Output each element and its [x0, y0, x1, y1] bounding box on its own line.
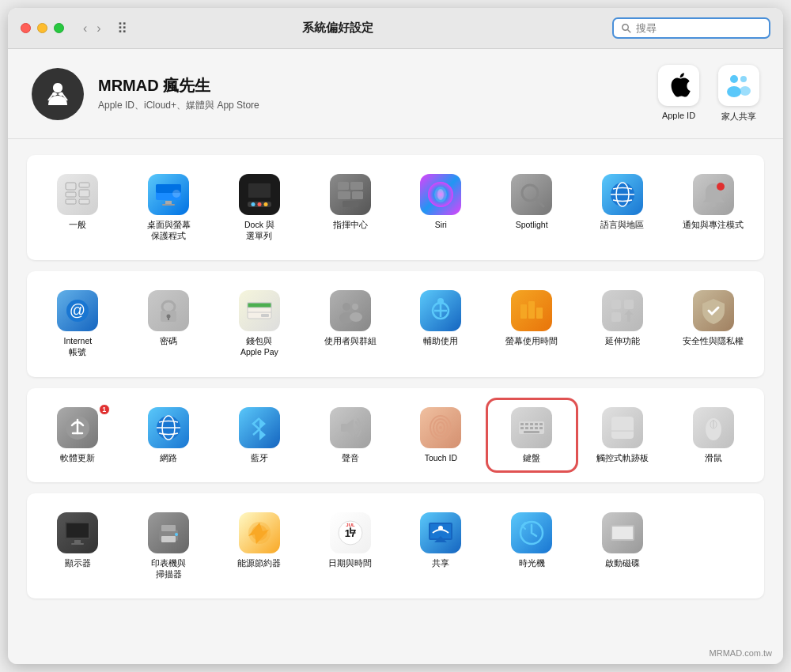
icon-item-timemachine[interactable]: 時光機 [489, 506, 575, 586]
icon-label-spotlight: Spotlight [516, 220, 548, 231]
icon-item-trackpad[interactable]: 觸控式軌跡板 [580, 401, 666, 470]
icon-label-keyboard: 鍵盤 [523, 453, 540, 464]
icon-wallet [239, 290, 280, 331]
icon-label-password: 密碼 [160, 336, 177, 347]
icon-item-screentime[interactable]: 螢幕使用時間 [489, 284, 575, 364]
svg-point-51 [352, 304, 358, 310]
icon-item-printer[interactable]: 印表機與 掃描器 [126, 506, 212, 586]
icon-item-internet[interactable]: @Internet 帳號 [35, 284, 121, 364]
icon-label-siri: Siri [435, 220, 447, 231]
icon-item-bluetooth[interactable]: 藍牙 [217, 401, 303, 470]
icon-label-network: 網路 [160, 453, 177, 464]
svg-point-50 [343, 303, 350, 311]
search-input[interactable] [636, 22, 761, 34]
icon-trackpad [602, 407, 643, 448]
icon-item-datetime[interactable]: JUL17日期與時間 [307, 506, 393, 586]
svg-point-21 [251, 202, 255, 206]
profile-right: Apple ID 家人共享 [658, 65, 759, 123]
icon-dock [239, 174, 280, 215]
icon-label-energy: 能源節約器 [237, 558, 281, 569]
minimize-button[interactable] [37, 23, 47, 33]
svg-rect-49 [261, 314, 269, 317]
icon-label-sound: 聲音 [342, 453, 359, 464]
icon-display [57, 512, 98, 553]
svg-rect-95 [74, 540, 81, 543]
icon-item-mouse[interactable]: 滑鼠 [670, 401, 756, 470]
svg-rect-62 [611, 312, 621, 322]
svg-point-23 [263, 202, 267, 206]
icon-item-startup[interactable]: 啟動磁碟 [580, 506, 666, 586]
svg-rect-12 [79, 199, 89, 204]
svg-rect-88 [611, 417, 634, 439]
icon-item-extensions[interactable]: 延伸功能 [580, 284, 666, 364]
icon-item-access[interactable]: 輔助使用 [398, 284, 484, 364]
icon-item-users[interactable]: 使用者與群組 [307, 284, 393, 364]
icon-label-display: 顯示器 [65, 558, 91, 569]
icon-item-siri[interactable]: Siri [398, 168, 484, 247]
icon-grid-section1: 一般桌面與螢幕 保護程式Dock 與 選單列指揮中心SiriSpotlight語… [35, 168, 756, 247]
avatar-icon [40, 77, 75, 111]
icon-item-general[interactable]: 一般 [35, 168, 121, 247]
window-title: 系統偏好設定 [74, 21, 603, 36]
icon-item-dock[interactable]: Dock 與 選單列 [217, 168, 303, 247]
icon-label-datetime: 日期與時間 [328, 558, 372, 569]
svg-rect-81 [539, 423, 543, 425]
icon-item-language[interactable]: 語言與地區 [580, 168, 666, 247]
icon-item-energy[interactable]: 能源節約器 [217, 506, 303, 586]
svg-rect-27 [352, 191, 363, 199]
search-icon [622, 24, 631, 33]
close-button[interactable] [21, 23, 31, 33]
svg-line-33 [536, 198, 543, 206]
maximize-button[interactable] [54, 23, 64, 33]
svg-point-38 [717, 183, 725, 191]
icon-label-users: 使用者與群組 [324, 336, 377, 347]
traffic-lights [21, 23, 64, 33]
svg-rect-84 [530, 427, 533, 429]
icon-item-keyboard[interactable]: 鍵盤 [489, 401, 575, 470]
family-sharing-icon-bg [718, 65, 759, 106]
svg-rect-8 [66, 192, 76, 197]
search-box[interactable] [612, 17, 770, 39]
icon-item-sharing[interactable]: 共享 [398, 506, 484, 586]
icon-screentime [511, 290, 552, 331]
icon-spotlight [511, 174, 552, 215]
svg-point-41 [162, 301, 175, 312]
icon-item-softupdate[interactable]: 1軟體更新 [35, 401, 121, 470]
profile-subtitle: Apple ID、iCloud+、媒體與 App Store [98, 99, 259, 112]
icon-item-sound[interactable]: 聲音 [307, 401, 393, 470]
svg-point-5 [727, 86, 741, 97]
icon-label-desktop: 桌面與螢幕 保護程式 [147, 220, 191, 241]
svg-point-116 [621, 541, 624, 544]
icon-item-spotlight[interactable]: Spotlight [489, 168, 575, 247]
family-sharing-action[interactable]: 家人共享 [718, 65, 759, 123]
icon-label-touchid: Touch ID [425, 453, 457, 464]
svg-point-43 [167, 315, 171, 319]
svg-rect-70 [341, 424, 347, 432]
icon-item-security[interactable]: 安全性與隱私權 [670, 284, 756, 364]
main-window: ‹ › ⠿ 系統偏好設定 [8, 8, 783, 664]
icon-item-password[interactable]: 密碼 [126, 284, 212, 364]
icon-access [420, 290, 461, 331]
svg-rect-19 [248, 183, 271, 198]
icon-label-internet: Internet 帳號 [64, 336, 93, 357]
svg-rect-58 [520, 304, 527, 319]
icon-item-desktop[interactable]: 桌面與螢幕 保護程式 [126, 168, 212, 247]
icon-item-wallet[interactable]: 錢包與 Apple Pay [217, 284, 303, 364]
icon-item-display[interactable]: 顯示器 [35, 506, 121, 586]
icon-label-wallet: 錢包與 Apple Pay [240, 336, 278, 357]
icon-item-notify[interactable]: 通知與專注模式 [670, 168, 756, 247]
svg-rect-80 [535, 423, 538, 425]
icon-item-network[interactable]: 網路 [126, 401, 212, 470]
icon-label-extensions: 延伸功能 [605, 336, 640, 347]
profile-name: MRMAD 瘋先生 [98, 75, 259, 96]
watermark: MRMAD.com.tw [710, 648, 772, 658]
icon-internet: @ [57, 290, 98, 331]
icon-item-touchid[interactable]: Touch ID [398, 401, 484, 470]
icon-desktop [148, 174, 189, 215]
icon-grid-section4: 顯示器印表機與 掃描器能源節約器JUL17日期與時間共享時光機啟動磁碟 [35, 506, 756, 586]
svg-rect-59 [528, 301, 535, 319]
apple-id-action[interactable]: Apple ID [658, 65, 699, 123]
svg-point-4 [740, 76, 747, 82]
svg-rect-99 [161, 536, 176, 542]
icon-item-mission[interactable]: 指揮中心 [307, 168, 393, 247]
